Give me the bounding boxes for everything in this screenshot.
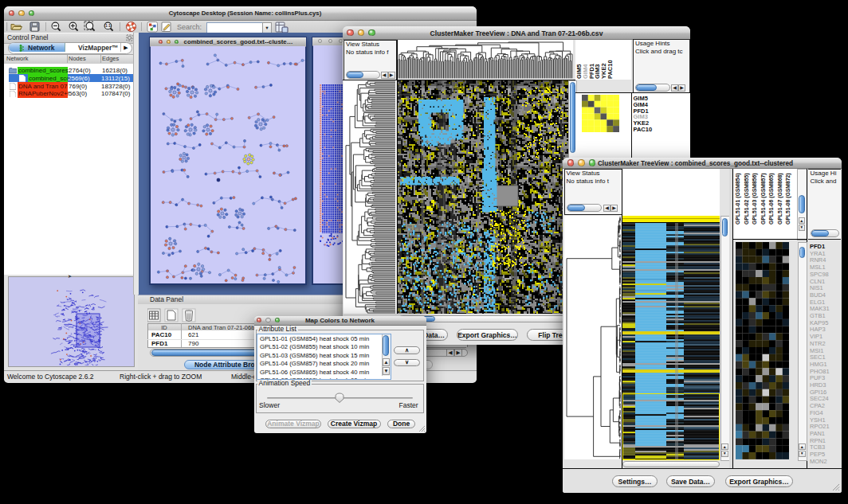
svg-text:GPL51-01 (GSM854): GPL51-01 (GSM854)	[735, 173, 741, 225]
svg-text:GPL51-02 (GSM855): GPL51-02 (GSM855)	[744, 173, 750, 225]
svg-text:GPL51-06 (GSM865): GPL51-06 (GSM865)	[768, 173, 775, 225]
svg-text:PAC10: PAC10	[607, 60, 614, 79]
svg-text:GPL51-07 (GSM868): GPL51-07 (GSM868)	[777, 173, 783, 225]
svg-text:GPL51-03 (GSM856): GPL51-03 (GSM856)	[752, 173, 758, 225]
svg-text:1:1: 1:1	[105, 24, 111, 28]
svg-text:GPL51-04 (GSM857): GPL51-04 (GSM857)	[760, 173, 767, 225]
svg-text:GPL51-08 (GSM872): GPL51-08 (GSM872)	[785, 173, 791, 225]
